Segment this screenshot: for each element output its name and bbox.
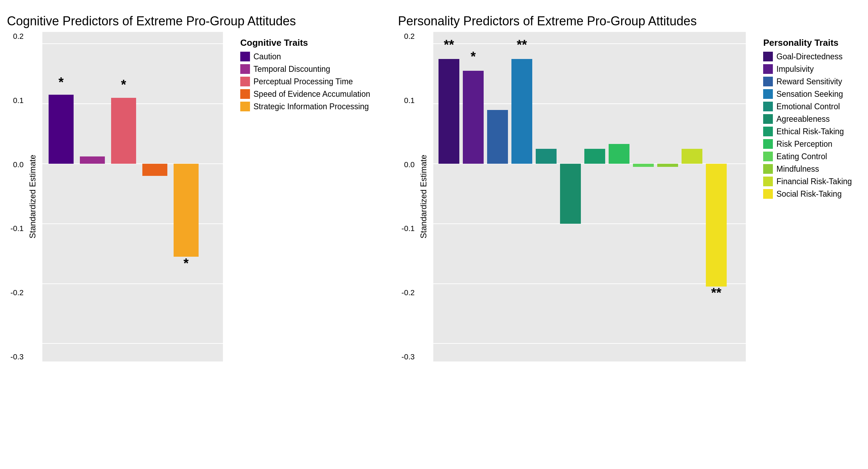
legend-color-mindfulness <box>763 164 773 174</box>
legend-item-ethical: Ethical Risk-Taking <box>763 127 852 136</box>
bar-mindfulness <box>657 164 678 167</box>
right-chart-area: 0.2 0.1 0.0 -0.1 -0.2 -0.3 Standardized … <box>398 32 746 361</box>
svg-text:**: ** <box>444 37 454 52</box>
legend-label-caution: Caution <box>253 52 281 61</box>
left-chart-section: Cognitive Predictors of Extreme Pro-Grou… <box>7 14 377 361</box>
legend-label-ethical: Ethical Risk-Taking <box>776 127 844 136</box>
legend-label-sensation: Sensation Seeking <box>776 89 843 99</box>
main-container: Cognitive Predictors of Extreme Pro-Grou… <box>0 0 868 469</box>
bar-impulsivity <box>463 71 484 164</box>
left-chart-svg: * * <box>42 32 223 361</box>
bar-speed <box>142 164 167 176</box>
bar-strategic <box>174 164 199 257</box>
legend-item-social: Social Risk-Taking <box>763 189 852 199</box>
legend-color-speed <box>240 89 250 99</box>
legend-color-emotional <box>763 102 773 111</box>
legend-label-impulsivity: Impulsivity <box>776 65 813 74</box>
right-chart-svg: ** * ** <box>433 32 746 361</box>
bar-reward <box>487 110 508 164</box>
legend-item-impulsivity: Impulsivity <box>763 64 852 74</box>
bar-caution <box>49 95 74 164</box>
legend-item-risk-perception: Risk Perception <box>763 139 852 149</box>
bar-financial <box>682 149 702 164</box>
bar-agree <box>560 164 581 224</box>
legend-color-goal <box>763 52 773 61</box>
legend-label-strategic: Strategic Information Processing <box>253 102 369 111</box>
legend-label-speed: Speed of Evidence Accumulation <box>253 89 370 99</box>
legend-label-perceptual: Perceptual Processing Time <box>253 77 353 86</box>
legend-item-mindfulness: Mindfulness <box>763 164 852 174</box>
right-chart-title: Personality Predictors of Extreme Pro-Gr… <box>398 14 696 28</box>
bar-goal <box>439 59 459 164</box>
legend-color-temporal <box>240 64 250 74</box>
legend-color-social <box>763 189 773 199</box>
legend-color-risk-perception <box>763 139 773 149</box>
legend-color-caution <box>240 52 250 61</box>
asterisk-caution: * <box>59 75 64 89</box>
left-legend: Cognitive Traits Caution Temporal Discou… <box>233 32 377 120</box>
right-chart-section: Personality Predictors of Extreme Pro-Gr… <box>398 14 859 361</box>
legend-label-reward: Reward Sensitivity <box>776 77 842 86</box>
asterisk-perceptual: * <box>121 77 126 92</box>
legend-item-agreeableness: Agreeableness <box>763 114 852 124</box>
legend-label-goal: Goal-Directedness <box>776 52 842 61</box>
svg-text:**: ** <box>711 285 721 300</box>
legend-item-emotional: Emotional Control <box>763 102 852 111</box>
legend-color-financial <box>763 177 773 186</box>
asterisk-strategic: * <box>184 256 189 271</box>
legend-color-eating <box>763 152 773 161</box>
bar-perceptual <box>111 98 136 164</box>
right-chart-with-legend: 0.2 0.1 0.0 -0.1 -0.2 -0.3 Standardized … <box>398 32 859 361</box>
left-y-ticks: 0.2 0.1 0.0 -0.1 -0.2 -0.3 <box>7 32 28 361</box>
bar-temporal <box>80 156 105 164</box>
bar-sensation <box>511 59 532 164</box>
bar-ethical <box>584 149 605 164</box>
legend-item-caution: Caution <box>240 52 370 61</box>
right-y-axis-label: Standardized Estimate <box>419 155 431 238</box>
left-legend-title: Cognitive Traits <box>240 37 370 48</box>
legend-color-reward <box>763 77 773 86</box>
legend-label-risk-perception: Risk Perception <box>776 139 832 149</box>
legend-label-social: Social Risk-Taking <box>776 189 842 199</box>
legend-item-sensation: Sensation Seeking <box>763 89 852 99</box>
bar-eating <box>633 164 654 167</box>
legend-item-speed: Speed of Evidence Accumulation <box>240 89 370 99</box>
legend-label-eating: Eating Control <box>776 152 827 161</box>
legend-item-reward: Reward Sensitivity <box>763 77 852 86</box>
legend-item-temporal: Temporal Discounting <box>240 64 370 74</box>
svg-text:*: * <box>471 49 476 64</box>
legend-color-sensation <box>763 89 773 99</box>
legend-label-agreeableness: Agreeableness <box>776 114 829 124</box>
bar-risk <box>609 144 629 164</box>
legend-label-temporal: Temporal Discounting <box>253 65 330 74</box>
legend-color-strategic <box>240 102 250 111</box>
legend-color-ethical <box>763 127 773 136</box>
bar-social <box>706 164 727 287</box>
legend-color-impulsivity <box>763 64 773 74</box>
bar-emotional <box>536 149 557 164</box>
left-chart-with-legend: 0.2 0.1 0.0 -0.1 -0.2 -0.3 Standardized … <box>7 32 377 361</box>
legend-item-eating: Eating Control <box>763 152 852 161</box>
legend-color-agreeableness <box>763 114 773 124</box>
legend-item-strategic: Strategic Information Processing <box>240 102 370 111</box>
right-legend: Personality Traits Goal-Directedness Imp… <box>756 32 859 207</box>
left-chart-area: 0.2 0.1 0.0 -0.1 -0.2 -0.3 Standardized … <box>7 32 223 361</box>
left-chart-title: Cognitive Predictors of Extreme Pro-Grou… <box>7 14 296 28</box>
legend-label-emotional: Emotional Control <box>776 102 840 111</box>
legend-item-financial: Financial Risk-Taking <box>763 177 852 186</box>
legend-label-mindfulness: Mindfulness <box>776 164 819 174</box>
legend-item-goal: Goal-Directedness <box>763 52 852 61</box>
legend-item-perceptual: Perceptual Processing Time <box>240 77 370 86</box>
legend-label-financial: Financial Risk-Taking <box>776 177 852 186</box>
svg-text:**: ** <box>517 37 527 52</box>
left-y-axis-label: Standardized Estimate <box>28 155 40 238</box>
right-y-ticks: 0.2 0.1 0.0 -0.1 -0.2 -0.3 <box>398 32 419 361</box>
right-legend-title: Personality Traits <box>763 37 852 48</box>
legend-color-perceptual <box>240 77 250 86</box>
